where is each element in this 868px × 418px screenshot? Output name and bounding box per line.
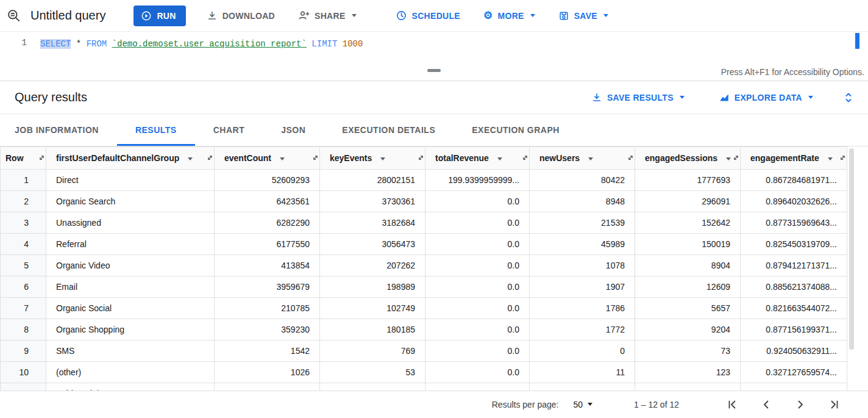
engaged-sessions-cell: 123	[635, 362, 741, 383]
column-resize-handle-icon[interactable]	[312, 154, 319, 161]
channel-group-cell: Email	[46, 276, 215, 298]
tab-chart[interactable]: CHART	[195, 114, 263, 146]
engagement-rate-cell: 0.877156199371...	[741, 319, 847, 341]
column-header-firstUserDefaultChannelGroup[interactable]: firstUserDefaultChannelGroup	[46, 147, 215, 170]
total-revenue-cell: 0.0	[425, 319, 530, 341]
expand-results-button[interactable]	[841, 90, 856, 105]
sort-caret-icon[interactable]	[828, 157, 833, 160]
sort-caret-icon[interactable]	[588, 157, 593, 160]
previous-page-button[interactable]	[758, 397, 774, 413]
sort-caret-icon[interactable]	[188, 157, 193, 160]
tab-job-information[interactable]: JOB INFORMATION	[0, 114, 117, 146]
save-button[interactable]: SAVE	[556, 7, 611, 25]
sql-keyword-select: SELECT	[40, 39, 71, 49]
tab-execution-details[interactable]: EXECUTION DETAILS	[324, 114, 454, 146]
play-circle-icon	[141, 10, 152, 21]
channel-group-cell: Organic Social	[46, 298, 215, 319]
column-header-totalRevenue[interactable]: totalRevenue	[425, 147, 530, 170]
engaged-sessions-cell: 150019	[635, 234, 741, 255]
gear-icon: ⚙	[483, 10, 493, 21]
row-number-cell: 8	[1, 319, 46, 341]
first-page-icon	[726, 398, 738, 411]
more-button[interactable]: ⚙ MORE	[481, 7, 538, 24]
column-resize-handle-icon[interactable]	[733, 154, 739, 161]
sql-editor[interactable]: 1 SELECT * FROM `demo.demoset.user_acqui…	[0, 32, 868, 63]
column-resize-handle-icon[interactable]	[839, 154, 846, 161]
query-toolbar: Untitled query RUN DOWNLOAD SHARE	[0, 0, 868, 32]
row-number-cell: 11	[1, 383, 46, 391]
event-count-cell: 1026	[215, 362, 320, 383]
page-size-select[interactable]: 50	[569, 399, 596, 410]
sort-caret-icon[interactable]	[726, 157, 731, 160]
total-revenue-cell: 0.0	[425, 255, 530, 276]
new-users-cell: 1786	[530, 298, 635, 319]
column-header-newUsers[interactable]: newUsers	[530, 147, 635, 170]
row-number-cell: 9	[1, 341, 46, 362]
tab-execution-graph[interactable]: EXECUTION GRAPH	[454, 114, 578, 146]
new-users-cell: 0	[530, 341, 635, 362]
sql-table-reference-link[interactable]: `demo.demoset.user_acquisition_report`	[112, 39, 307, 49]
tab-json[interactable]: JSON	[263, 114, 324, 146]
table-row: 10 (other) 1026 53 0.0 11 123 0.32712765…	[1, 362, 847, 383]
editor-results-splitter: Press Alt+F1 for Accessibility Options.	[0, 63, 868, 81]
last-page-button[interactable]	[827, 397, 842, 413]
column-resize-handle-icon[interactable]	[418, 154, 424, 161]
column-resize-handle-icon[interactable]	[627, 154, 634, 161]
engagement-rate-cell: 0.879412171371...	[741, 255, 847, 276]
first-page-button[interactable]	[724, 397, 740, 413]
table-row: 9 SMS 1542 769 0.0 0 73 0.924050632911..…	[1, 341, 847, 362]
table-row: 7 Organic Social 210785 102749 0.0 1786 …	[1, 298, 847, 319]
table-row: 11 Paid Social 997 494 0.0 6 6 1.0	[1, 383, 847, 391]
table-vertical-scrollbar[interactable]	[849, 146, 854, 391]
sql-number-literal: 1000	[343, 39, 363, 49]
column-header-engagedSessions[interactable]: engagedSessions	[635, 147, 741, 170]
column-resize-handle-icon[interactable]	[38, 154, 45, 161]
new-users-cell: 1772	[530, 319, 635, 341]
new-users-cell: 45989	[530, 234, 635, 255]
column-header-keyEvents[interactable]: keyEvents	[320, 147, 425, 170]
column-resize-handle-icon[interactable]	[522, 154, 528, 161]
total-revenue-cell: 199.9399959999...	[425, 170, 530, 191]
query-magnifier-icon	[6, 8, 22, 24]
column-header-eventCount[interactable]: eventCount	[215, 147, 320, 170]
scrollbar-thumb[interactable]	[849, 148, 854, 350]
next-page-button[interactable]	[792, 397, 808, 413]
column-header-engagementRate[interactable]: engagementRate	[741, 147, 847, 170]
table-row: 5 Organic Video 413854 207262 0.0 1078 8…	[1, 255, 847, 276]
share-button[interactable]: SHARE	[296, 6, 359, 25]
splitter-drag-handle[interactable]	[427, 69, 441, 72]
event-count-cell: 359230	[215, 319, 320, 341]
column-resize-handle-icon[interactable]	[207, 154, 213, 161]
engaged-sessions-cell: 73	[635, 341, 741, 362]
editor-scrollbar-thumb[interactable]	[855, 33, 859, 49]
engagement-rate-cell: 0.885621374088...	[741, 276, 847, 298]
total-revenue-cell: 0.0	[425, 191, 530, 212]
sort-caret-icon[interactable]	[497, 157, 502, 160]
channel-group-cell: (other)	[46, 362, 215, 383]
run-button[interactable]: RUN	[133, 5, 185, 26]
table-row: 2 Organic Search 6423561 3730361 0.0 894…	[1, 191, 847, 212]
sort-caret-icon[interactable]	[280, 157, 285, 160]
event-count-cell: 997	[215, 383, 320, 391]
event-count-cell: 1542	[215, 341, 320, 362]
total-revenue-cell: 0.0	[425, 341, 530, 362]
key-events-cell: 3182684	[320, 212, 425, 234]
schedule-button[interactable]: SCHEDULE	[393, 6, 463, 25]
last-page-icon	[828, 398, 841, 411]
engagement-rate-cell: 0.877315969643...	[741, 212, 847, 234]
download-button[interactable]: DOWNLOAD	[204, 7, 277, 25]
new-users-cell: 6	[530, 383, 635, 391]
table-row: 8 Organic Shopping 359230 180185 0.0 177…	[1, 319, 847, 341]
explore-data-button[interactable]: EXPLORE DATA	[715, 92, 817, 104]
results-table: Row firstUserDefaultChannelGroup eventCo…	[0, 146, 847, 391]
column-header-row[interactable]: Row	[1, 147, 46, 170]
query-results-title: Query results	[15, 90, 87, 104]
row-number-cell: 4	[1, 234, 46, 255]
save-results-button[interactable]: SAVE RESULTS	[588, 92, 688, 104]
tab-results[interactable]: RESULTS	[117, 114, 195, 146]
total-revenue-cell: 0.0	[425, 362, 530, 383]
chevron-down-icon	[603, 14, 608, 17]
sort-caret-icon[interactable]	[380, 157, 385, 160]
engaged-sessions-cell: 12609	[635, 276, 741, 298]
chevron-right-icon	[794, 398, 806, 411]
